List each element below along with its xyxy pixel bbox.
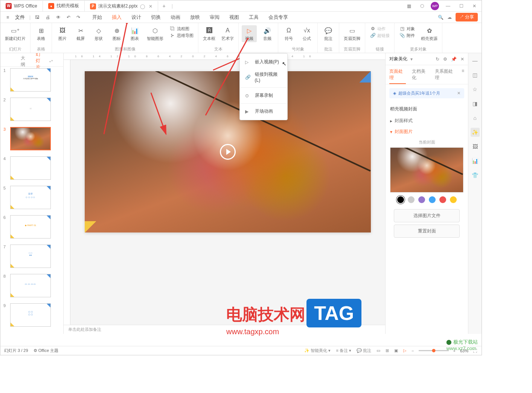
menu-icon[interactable]: ≡ [4,14,11,21]
view-sorter-icon[interactable]: ⊞ [385,348,390,353]
comments-toggle[interactable]: 💬 批注 [356,348,372,353]
slide-thumb-8[interactable]: 8▭ ▭ ▭ ▭ [0,272,63,302]
headerfooter-button[interactable]: ▭页眉页脚 [342,25,362,42]
color-swatch-yellow[interactable] [450,196,457,203]
equation-button[interactable]: √x公式 [299,25,314,42]
wordart-button[interactable]: A艺术字 [220,25,235,42]
shape-button[interactable]: ◇形状 [91,25,106,42]
preview-icon[interactable]: 👁 [54,14,63,21]
slideshow-icon[interactable]: ▷ [402,348,407,353]
reset-cover-button[interactable]: 重置封面 [394,225,460,238]
close-window-icon[interactable]: ✕ [470,3,479,9]
cube-icon[interactable]: ⬡ [418,3,426,9]
cloud-icon[interactable]: ☁ [447,15,452,20]
notes-toggle[interactable]: ≡ 备注 ▾ [335,348,352,353]
rp-tab-relation[interactable]: 关系图处理 [435,68,456,84]
table-button[interactable]: ⊞表格 [34,25,49,42]
comment-button[interactable]: 💬批注 [321,25,336,42]
fit-icon[interactable]: ⛶ [472,349,478,353]
menu-icon[interactable]: ≡ [462,68,464,84]
view-reading-icon[interactable]: ▣ [393,348,399,353]
tab-document[interactable]: P 演示文稿素材2.pptx ◯ ✕ [85,1,158,11]
st-image-icon[interactable]: 🖼 [471,142,480,151]
st-browse-icon[interactable]: ◨ [471,99,480,108]
share-button[interactable]: ↗ 分享 [456,13,478,21]
close-panel-icon[interactable]: ✕ [460,57,464,62]
menu-tab-view[interactable]: 视图 [229,12,240,22]
undo-icon[interactable]: ↶ [64,14,73,21]
rp-tab-page[interactable]: 页面处理 [389,68,406,84]
slide-thumb-3[interactable]: 3 [0,125,63,155]
search-icon[interactable]: 🔍 [438,15,444,20]
screen-record-item[interactable]: ⊙屏幕录制 [240,89,287,102]
slide-canvas[interactable] [85,71,371,232]
slide-thumb-2[interactable]: 2⊞ [0,96,63,125]
symbol-button[interactable]: Ω符号 [281,25,296,42]
file-menu[interactable]: 文件 [13,14,27,21]
print-icon[interactable]: 🖨 [43,14,52,21]
tab-wps-office[interactable]: W WPS Office [0,1,43,11]
color-swatch-blue[interactable] [429,196,436,203]
st-star-icon[interactable]: ☆ [471,85,480,94]
zoom-slider[interactable] [419,350,449,351]
hyperlink-button[interactable]: 🔗超链接 [368,32,391,39]
opening-animation-item[interactable]: ▶开场动画 [240,105,287,118]
add-slide-button[interactable]: + [0,331,63,334]
slide-thumb-9[interactable]: 9⬡ ⬡⬡ ⬡ [0,302,63,331]
save-icon[interactable]: 🖫 [33,14,42,21]
embed-video-item[interactable]: ▷嵌入视频(P) [240,56,287,68]
notes-input[interactable]: 单击此处添加备注 [64,325,385,334]
refresh-icon[interactable]: ↻ [436,57,439,62]
mindmap-button[interactable]: ⊱思维导图 [168,32,195,39]
chevron-down-icon[interactable]: ▾ [410,57,413,62]
cover-style-toggle[interactable]: ▸封面样式 [390,115,463,126]
cover-image-toggle[interactable]: ▾封面图片 [390,126,463,137]
minimize-icon[interactable]: — [444,3,453,9]
chart-button[interactable]: 📊图表 [127,25,142,42]
st-minus-icon[interactable]: — [471,56,480,65]
object-button[interactable]: ◳对象 [398,25,416,32]
st-home-icon[interactable]: ⌂ [471,113,480,122]
rp-tab-doc[interactable]: 文档美化 [412,68,428,84]
redo-icon[interactable]: ↷ [74,14,82,21]
st-clothes-icon[interactable]: 👕 [471,171,480,180]
flowchart-button[interactable]: ⿻流程图 [168,25,195,32]
slide-thumb-5[interactable]: 5目录◇ ◇ ◇ ◇ [0,184,63,214]
smart-beautify[interactable]: ✨ 智能美化 ▾ [303,348,331,353]
link-video-item[interactable]: 🔗链接到视频(L) [240,68,287,86]
menu-tab-start[interactable]: 开始 [91,12,103,22]
color-swatch-red[interactable] [439,196,446,203]
textbox-button[interactable]: 🅰文本框 [201,25,217,42]
attachment-button[interactable]: 📎附件 [398,32,416,39]
menu-tab-design[interactable]: 设计 [131,12,142,22]
menu-tab-animation[interactable]: 动画 [170,12,181,22]
action-button[interactable]: ⚙动作 [368,25,391,32]
screenshot-button[interactable]: ✂截屏 [73,25,88,42]
grid-icon[interactable]: ▦ [405,3,413,9]
promo-banner[interactable]: ◈ 超级会员买1年送1个月 ✕ [389,88,464,98]
add-tab-button[interactable]: + [158,3,170,9]
outline-tab[interactable]: 大纲 [19,54,27,69]
st-magic-icon[interactable]: ✨ [471,128,480,137]
zoom-out-icon[interactable]: − [411,349,415,353]
smartart-button[interactable]: ⬡智能图形 [145,25,165,42]
outline-add-icon[interactable]: ▫⁺ [49,59,53,64]
menu-tab-member[interactable]: 会员专享 [268,12,289,22]
slide-thumb-6[interactable]: 6◆ PART 01 [0,214,63,243]
close-icon[interactable]: ✕ [149,4,152,9]
play-button[interactable] [220,144,236,160]
video-button[interactable]: ▷视频 [242,25,257,42]
image-button[interactable]: 🖼图片 [55,25,70,42]
slide-panel[interactable]: 大纲 幻灯片 ▫⁺ 120XX工作总结汇报PPT模板 2⊞ 3 4 5目录◇ ◇… [0,53,64,334]
st-chart-icon[interactable]: 📊 [471,156,480,165]
color-swatch-black[interactable] [397,196,404,203]
audio-button[interactable]: 🔊音频 [260,25,275,42]
menu-tab-insert[interactable]: 插入 [111,12,122,22]
menu-tab-tools[interactable]: 工具 [248,12,259,22]
menu-tab-transition[interactable]: 切换 [150,12,162,22]
slide-thumb-7[interactable]: 7○○○●● [0,243,63,272]
menu-tab-slideshow[interactable]: 放映 [189,12,201,22]
maximize-icon[interactable]: ☐ [457,3,466,9]
zoom-level[interactable]: 63% [460,349,468,353]
pin-icon[interactable]: 📌 [451,57,457,62]
